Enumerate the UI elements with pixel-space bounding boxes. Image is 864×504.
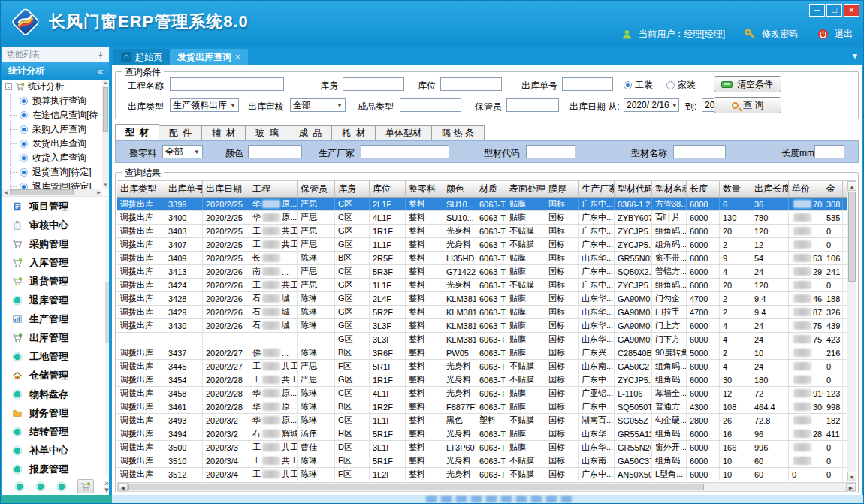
table-row[interactable]: G区3L3F整料KLM38176063-T5贴膜国标山东华...GA90M09.…: [117, 333, 856, 346]
profile-code-input[interactable]: [526, 145, 575, 158]
column-header-18[interactable]: 单价: [789, 181, 823, 197]
tree-item-1[interactable]: 在途信息查询[待: [2, 108, 109, 122]
quick-circle-icon[interactable]: [56, 481, 67, 492]
scroll-down-icon[interactable]: ▼: [847, 472, 856, 481]
material-tab-6[interactable]: 单体型材: [376, 125, 432, 140]
sidebar-item-5[interactable]: 退库管理: [2, 291, 109, 309]
tree-item-4[interactable]: 收货入库查询: [2, 151, 109, 165]
table-row[interactable]: 调拨出库34542020/2/28工共工程严思G区1R1F整料光身料6063-T…: [117, 373, 856, 387]
sidebar-item-7[interactable]: 出库管理: [2, 328, 109, 347]
column-header-9[interactable]: 材质: [476, 181, 506, 197]
tree-item-2[interactable]: 采购入库查询: [2, 122, 109, 137]
material-tab-7[interactable]: 隔 热 条: [432, 125, 485, 140]
scrollbar-thumb[interactable]: [128, 484, 704, 490]
table-row[interactable]: 调拨出库34292020/2/26石城陈琳G区5R2F整料KLM38176063…: [117, 306, 856, 319]
tab-close-icon[interactable]: ×: [235, 52, 240, 62]
column-header-2[interactable]: 出库日期: [203, 181, 249, 197]
radio-jiazhuang[interactable]: 家装: [666, 79, 696, 92]
grid-horizontal-scrollbar[interactable]: ◀ ▶: [117, 482, 856, 492]
minimize-button[interactable]: ─: [809, 4, 825, 17]
column-header-3[interactable]: 工程: [249, 181, 298, 197]
pin-icon[interactable]: [97, 51, 104, 59]
warehouse-input[interactable]: [343, 77, 404, 91]
column-header-10[interactable]: 表面处理: [506, 181, 545, 197]
tree-horizontal-scrollbar[interactable]: ◀ ▶: [2, 189, 102, 196]
logout-link[interactable]: 退出: [835, 28, 853, 41]
sidebar-item-10[interactable]: 物料盘存: [2, 385, 109, 403]
sidebar-item-12[interactable]: 结转管理: [2, 422, 109, 441]
sidebar-scrollbar[interactable]: [105, 200, 109, 475]
scroll-right-icon[interactable]: ▶: [846, 483, 856, 491]
date-from-picker[interactable]: 2020/ 2/16 ▼: [624, 98, 679, 112]
sidebar-item-0[interactable]: 项目管理: [2, 197, 109, 216]
collapse-icon[interactable]: «: [98, 65, 103, 77]
out-type-dropdown[interactable]: 生产领料出库 ▼: [170, 98, 239, 112]
scroll-left-icon[interactable]: ◀: [118, 483, 128, 491]
material-tab-4[interactable]: 成 品: [289, 125, 333, 140]
column-header-16[interactable]: 数量: [720, 181, 751, 197]
tree-expander-icon[interactable]: -: [5, 83, 12, 90]
table-row[interactable]: 调拨出库34242020/2/26工共工程严思G区1L1F整料光身料6063-T…: [117, 279, 856, 292]
column-header-1[interactable]: 出库单号: [165, 181, 203, 197]
order-no-input[interactable]: [562, 77, 613, 91]
column-header-15[interactable]: 长度: [687, 181, 720, 197]
close-button[interactable]: ×: [844, 4, 859, 17]
table-row[interactable]: 调拨出库34942020/3/2石辉城汤伟H区5R1F整料光身料6063-T5贴…: [117, 427, 856, 441]
tab-shipment-outbound-query[interactable]: 发货出库查询 ×: [170, 49, 248, 65]
profile-name-input[interactable]: [673, 145, 726, 158]
column-header-19[interactable]: 金: [823, 181, 843, 197]
sidebar-item-11[interactable]: 财务管理: [2, 403, 109, 422]
sidebar-item-3[interactable]: 入库管理: [2, 253, 109, 272]
table-row[interactable]: 调拨出库35122020/3/4工共工程陈琳F区1L2F整料光身料6063-T5…: [117, 468, 856, 481]
quick-cart-button[interactable]: [77, 479, 94, 493]
maximize-button[interactable]: □: [826, 4, 842, 17]
table-row[interactable]: 调拨出库35002020/3/3工共工程曹佳D区3L1F整料LT3P606063…: [117, 441, 856, 454]
material-tab-0[interactable]: 型 材: [115, 124, 159, 140]
tree-item-5[interactable]: 退货查询[待定]: [2, 165, 109, 180]
sidebar-item-1[interactable]: 审核中心: [2, 216, 109, 234]
table-row[interactable]: 调拨出库34302020/2/26石城陈琳G区3L3F整料KLM38176063…: [117, 319, 856, 333]
grid-vertical-scrollbar[interactable]: ▲ ▼: [847, 181, 856, 481]
column-header-4[interactable]: 保管员: [298, 181, 335, 197]
section-header[interactable]: 统计分析 «: [2, 62, 109, 80]
material-tab-5[interactable]: 耗 材: [332, 125, 376, 140]
table-row[interactable]: 调拨出库33992020/2/25华原...严思C区2L1F整料SU10...6…: [117, 198, 856, 211]
scrollbar-thumb[interactable]: [848, 192, 856, 282]
material-tab-3[interactable]: 玻 璃: [246, 125, 289, 140]
tab-home[interactable]: ⌂ 起始页: [113, 49, 170, 65]
scroll-up-icon[interactable]: ▲: [102, 80, 109, 86]
table-row[interactable]: 调拨出库34132020/2/26南...严思C区5R3F整料G71422606…: [117, 265, 856, 279]
sidebar-item-8[interactable]: 工地管理: [2, 347, 109, 366]
tree-root[interactable]: - 统计分析: [2, 80, 109, 94]
color-input[interactable]: [248, 145, 302, 158]
table-row[interactable]: 调拨出库34612020/2/28华原...陈琳B区1R2F整料F8877FT6…: [117, 400, 856, 414]
column-header-7[interactable]: 整零料: [406, 181, 443, 197]
scrollbar-thumb[interactable]: [105, 282, 109, 343]
column-header-14[interactable]: 型材名称: [652, 181, 687, 197]
radio-gongzhuang[interactable]: 工装: [624, 79, 653, 92]
whole-piece-dropdown[interactable]: 全部 ▼: [162, 145, 203, 158]
length-input[interactable]: [814, 145, 844, 158]
column-header-12[interactable]: 生产厂家: [579, 181, 615, 197]
column-header-8[interactable]: 颜色: [443, 181, 476, 197]
scroll-left-icon[interactable]: ◀: [2, 189, 9, 196]
keeper-input[interactable]: [506, 98, 559, 112]
sidebar-item-13[interactable]: 补单中心: [2, 441, 109, 460]
column-header-5[interactable]: 库房: [335, 181, 370, 197]
column-header-11[interactable]: 膜厚: [545, 181, 579, 197]
sidebar-item-4[interactable]: 退货管理: [2, 272, 109, 291]
table-row[interactable]: 调拨出库34582020/2/28华原...陈琳C区4L1F整料光身料6063-…: [117, 387, 856, 400]
tree-item-0[interactable]: 预算执行查询: [2, 94, 109, 108]
table-row[interactable]: 调拨出库34072020/2/25工共工程严思G区1L1F整料光身料6063-T…: [117, 238, 856, 252]
sidebar-item-2[interactable]: 采购管理: [2, 234, 109, 253]
manufacturer-input[interactable]: [361, 145, 449, 158]
scroll-up-icon[interactable]: ▲: [847, 181, 856, 191]
table-row[interactable]: 调拨出库34282020/2/26石城陈琳G区2L4F整料KLM38176063…: [117, 292, 856, 306]
table-row[interactable]: 调拨出库34092020/2/25长...陈琳B区2R5F整料LI35HD606…: [117, 252, 856, 265]
scrollbar-thumb[interactable]: [103, 87, 108, 132]
column-header-13[interactable]: 型材代码: [615, 181, 652, 197]
scrollbar-thumb[interactable]: [10, 189, 74, 195]
quick-circle-icon[interactable]: [14, 481, 25, 492]
table-row[interactable]: 调拨出库34372020/2/27佛...陈琳B区3R6F整料PW056063-…: [117, 346, 856, 360]
sidebar-item-9[interactable]: 仓储管理: [2, 366, 109, 385]
